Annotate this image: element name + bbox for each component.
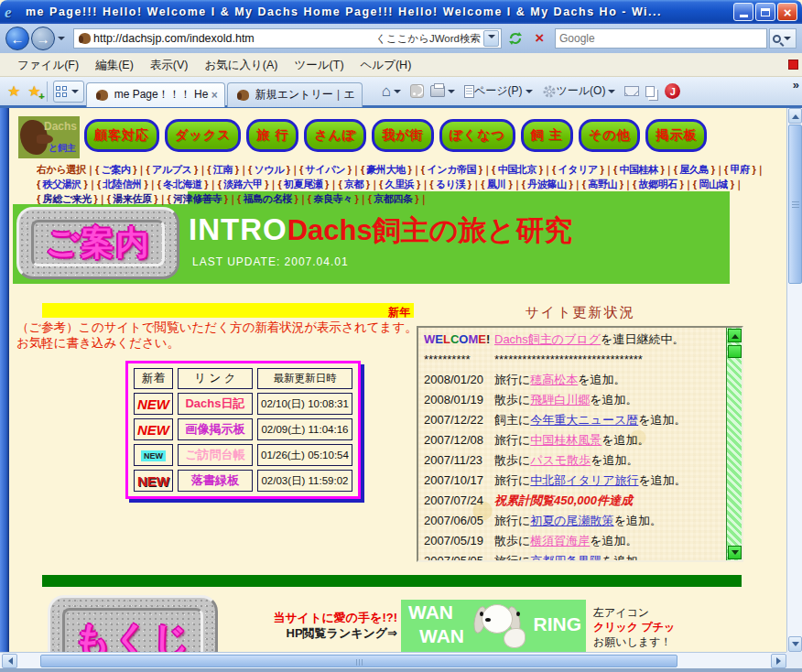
quick-link[interactable]: ご案内: [101, 164, 130, 175]
scrollbar-thumb[interactable]: [40, 655, 677, 667]
page-menu-button[interactable]: ページ(P): [464, 83, 536, 99]
copy-button[interactable]: [645, 86, 658, 97]
quick-link[interactable]: 江南: [213, 164, 233, 175]
quick-link[interactable]: 久里浜: [385, 179, 415, 190]
add-favorite-icon[interactable]: [27, 82, 40, 100]
listbox-scrollbar[interactable]: [726, 328, 742, 560]
scroll-left-button[interactable]: [2, 654, 17, 668]
menu-item[interactable]: 編集(E): [87, 56, 142, 74]
stop-button[interactable]: [529, 28, 549, 49]
scroll-up-button[interactable]: [788, 108, 802, 124]
update-link[interactable]: 横須賀海岸: [530, 534, 590, 547]
nav-button[interactable]: 飼 主: [521, 119, 573, 152]
quick-link[interactable]: 京都四条: [374, 193, 412, 204]
quick-link[interactable]: 福島の名桜: [244, 193, 292, 204]
quick-link[interactable]: アルプス: [152, 164, 191, 175]
feeds-button[interactable]: [410, 84, 424, 98]
nav-button[interactable]: ダックス: [165, 119, 241, 152]
forward-button[interactable]: →: [31, 27, 55, 50]
quick-link[interactable]: 冬北海道: [163, 179, 201, 190]
menu-item[interactable]: お気に入り(A): [196, 56, 286, 74]
quick-link[interactable]: 中国北京: [498, 164, 536, 175]
nav-button[interactable]: さんぽ: [304, 119, 366, 152]
address-field[interactable]: くここからJWord検索: [73, 28, 502, 49]
quick-link[interactable]: インカ帝国: [427, 164, 476, 175]
nav-button[interactable]: ぼくなつ: [439, 119, 515, 152]
quick-link[interactable]: 京都: [344, 179, 363, 190]
print-button[interactable]: [430, 85, 458, 97]
nav-button[interactable]: 我が街: [372, 119, 433, 152]
favorites-star-icon[interactable]: [7, 82, 20, 100]
quick-link[interactable]: 奈良寺々: [313, 193, 352, 204]
search-box[interactable]: [555, 28, 767, 49]
update-link[interactable]: 穂高松本: [530, 373, 578, 386]
quick-link[interactable]: 豪州大地: [367, 164, 406, 175]
quick-link[interactable]: 丹波篠山: [527, 179, 566, 190]
quick-link[interactable]: 甲府: [731, 164, 750, 175]
tab-inactive[interactable]: 新規エントリー｜エントリー｜...: [227, 82, 363, 107]
menu-item[interactable]: ヘルプ(H): [352, 56, 420, 74]
scroll-right-button[interactable]: [771, 654, 786, 668]
quick-tabs-button[interactable]: [53, 81, 84, 103]
scrollbar-thumb[interactable]: [728, 345, 742, 358]
email-button[interactable]: [624, 86, 639, 96]
section-link[interactable]: 画像掲示板: [186, 422, 245, 436]
back-button[interactable]: ←: [5, 27, 29, 50]
quick-link[interactable]: 岡山城: [699, 179, 728, 190]
section-link[interactable]: Dachs日記: [185, 396, 244, 410]
search-button[interactable]: [769, 28, 797, 49]
maximize-button[interactable]: [755, 3, 775, 21]
vertical-scrollbar[interactable]: [786, 108, 802, 652]
scroll-up-button[interactable]: [728, 329, 742, 342]
update-link[interactable]: 今年重大ニュース暦: [530, 413, 638, 427]
quick-link[interactable]: イタリア: [558, 164, 598, 175]
jword-plugin-button[interactable]: J: [665, 83, 680, 99]
horizontal-scrollbar[interactable]: [0, 652, 786, 668]
refresh-button[interactable]: [505, 28, 526, 49]
tools-menu-button[interactable]: ツール(O): [542, 83, 619, 99]
nav-button[interactable]: その他: [579, 119, 641, 152]
home-button[interactable]: [382, 82, 404, 101]
section-link[interactable]: 落書緑板: [191, 473, 239, 487]
quick-link[interactable]: 中国桂林: [619, 164, 657, 175]
address-dropdown-button[interactable]: [483, 30, 499, 47]
close-button[interactable]: [777, 3, 797, 21]
update-link[interactable]: 中北部イタリア旅行: [530, 473, 638, 487]
wanwan-ring-banner[interactable]: WAN WAN RING: [401, 600, 586, 652]
menu-item[interactable]: ツール(T): [287, 56, 352, 74]
mokuji-plaque[interactable]: もくじ: [48, 595, 218, 652]
search-input[interactable]: [559, 32, 763, 45]
nav-button[interactable]: 旅 行: [246, 119, 298, 152]
update-link[interactable]: 中国桂林風景: [530, 433, 602, 447]
quick-link[interactable]: 淡路六甲: [223, 179, 262, 190]
quick-link[interactable]: 初夏尾瀬: [284, 179, 322, 190]
nav-button[interactable]: 掲示板: [645, 119, 707, 152]
minimize-button[interactable]: [733, 3, 753, 21]
quick-link[interactable]: 房総ご来光: [43, 193, 92, 204]
toolbar-extension-icon[interactable]: [788, 60, 798, 70]
update-link[interactable]: 京都四条界隈: [530, 554, 602, 562]
menu-item[interactable]: 表示(V): [142, 56, 197, 74]
tab-active[interactable]: me Page！！！ Hello...: [86, 82, 225, 107]
quick-link[interactable]: 秩父湯沢: [43, 179, 81, 190]
quick-link[interactable]: サイパン: [306, 164, 345, 175]
update-link[interactable]: 初夏の尾瀬散策: [530, 514, 613, 527]
quick-link[interactable]: 凰川: [487, 179, 506, 190]
quick-link[interactable]: 河津修善寺: [173, 193, 222, 204]
toolbar-overflow-icon[interactable]: »: [793, 78, 799, 92]
update-link[interactable]: 飛騨白川郷: [530, 393, 590, 406]
tab-close-icon[interactable]: [211, 89, 218, 102]
quick-link[interactable]: 湯来佐原: [113, 193, 151, 204]
update-link[interactable]: パスモ散歩: [530, 453, 591, 467]
section-link[interactable]: ご訪問台帳: [185, 448, 244, 461]
scroll-down-button[interactable]: [788, 636, 802, 652]
quick-link[interactable]: ソウル: [255, 164, 285, 175]
nav-button[interactable]: 顧客対応: [84, 119, 159, 152]
url-input[interactable]: [93, 32, 375, 45]
history-dropdown-icon[interactable]: [58, 37, 65, 44]
scrollbar-thumb[interactable]: [788, 125, 802, 284]
scroll-down-button[interactable]: [728, 546, 742, 559]
menu-item[interactable]: ファイル(F): [9, 56, 87, 74]
update-link[interactable]: Dachs飼主のブログ: [494, 332, 601, 346]
quick-link[interactable]: 高野山: [588, 179, 617, 190]
